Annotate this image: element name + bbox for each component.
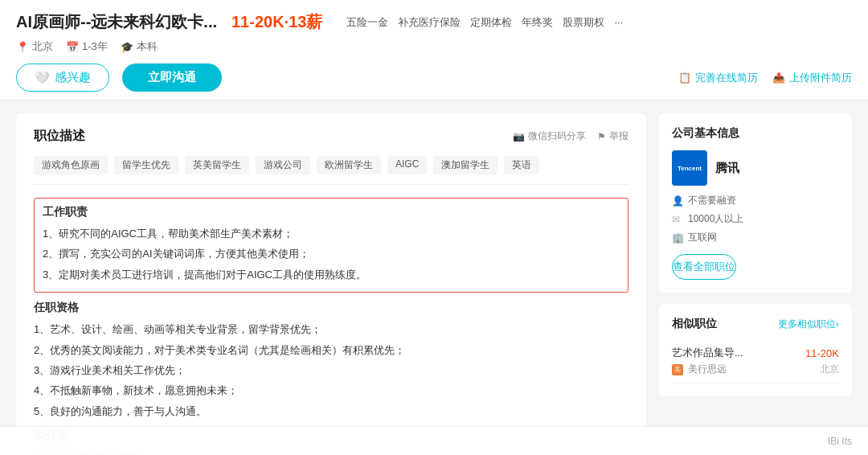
similar-location-0: 北京	[820, 363, 839, 376]
responsibilities-title: 工作职责	[43, 205, 620, 219]
qual-4: 4、不抵触新事物，新技术，愿意拥抱未来；	[34, 381, 628, 400]
similar-item-row2: 美 美行思远 北京	[672, 363, 839, 376]
salary: 11-20K·13薪	[231, 11, 322, 33]
education-icon: 🎓	[121, 41, 133, 53]
qual-2: 2、优秀的英文阅读能力，对于美术类专业名词（尤其是绘画相关）有积累优先；	[34, 341, 628, 359]
benefit-1: 五险一金	[346, 15, 388, 30]
qual-5: 5、良好的沟通能力，善于与人沟通。	[34, 402, 628, 420]
funding-icon: 👤	[672, 195, 683, 207]
company-name: 腾讯	[715, 161, 739, 176]
resp-2: 2、撰写，充实公司的AI关键词词库，方便其他美术使用；	[43, 244, 620, 263]
company-info-row: Tencent 腾讯	[672, 150, 839, 186]
report-label: 举报	[609, 129, 628, 143]
main-content: 职位描述 📷 微信扫码分享 ⚑ 举报 游戏角色原画 留学生优先 英美留学生 游戏…	[0, 100, 868, 455]
responsibilities-highlighted: 工作职责 1、研究不同的AIGC工具，帮助美术部生产美术素材； 2、撰写，充实公…	[34, 198, 628, 293]
tags-row: 游戏角色原画 留学生优先 英美留学生 游戏公司 欧洲留学生 AIGC 澳加留学生…	[34, 156, 628, 185]
responsibilities-section: 工作职责 1、研究不同的AIGC工具，帮助美术部生产美术素材； 2、撰写，充实公…	[34, 198, 628, 293]
wechat-share-label: 微信扫码分享	[528, 129, 586, 143]
funding-meta: 👤 不需要融资	[672, 194, 839, 207]
online-resume-icon: 📋	[678, 72, 691, 84]
bottom-bar: IBi Its	[0, 426, 868, 455]
benefit-more[interactable]: ···	[614, 16, 623, 28]
similar-header: 相似职位 更多相似职位›	[672, 317, 839, 331]
right-panel: 公司基本信息 Tencent 腾讯 👤 不需要融资 ✉ 10000人以上 🏢	[659, 113, 852, 455]
upload-icon: 📤	[772, 72, 785, 84]
location-meta: 📍 北京	[16, 39, 53, 54]
benefits-list: 五险一金 补充医疗保险 定期体检 年终奖 股票期权 ···	[346, 15, 852, 30]
size-icon: ✉	[672, 214, 683, 225]
qualifications-section: 任职资格 1、艺术、设计、绘画、动画等相关专业背景，留学背景优先； 2、优秀的英…	[34, 301, 628, 420]
contact-button[interactable]: 立即沟通	[122, 64, 222, 92]
bottom-text: IBi Its	[828, 436, 852, 447]
report-icon: ⚑	[597, 131, 606, 142]
jd-header-actions: 📷 微信扫码分享 ⚑ 举报	[513, 129, 628, 143]
benefit-4: 年终奖	[522, 15, 553, 30]
qualifications-title: 任职资格	[34, 301, 628, 315]
similar-salary-0: 11-20K	[805, 347, 839, 359]
online-resume-link[interactable]: 📋 完善在线简历	[678, 71, 758, 85]
upload-resume-label: 上传附件简历	[789, 71, 852, 85]
qualifications-text: 1、艺术、设计、绘画、动画等相关专业背景，留学背景优先； 2、优秀的英文阅读能力…	[34, 320, 628, 420]
job-title: AI原画师--远未来科幻欧卡...	[16, 11, 217, 33]
similar-item-row1: 艺术作品集导... 11-20K	[672, 346, 839, 360]
top-bar-title-row: AI原画师--远未来科幻欧卡... 11-20K·13薪 五险一金 补充医疗保险…	[16, 11, 852, 33]
experience-text: 1-3年	[82, 39, 108, 54]
location-text: 北京	[32, 39, 53, 54]
interest-label: 感兴趣	[55, 70, 91, 85]
top-bar-action-row: 🤍 感兴趣 立即沟通 📋 完善在线简历 📤 上传附件简历	[16, 64, 852, 92]
resume-actions: 📋 完善在线简历 📤 上传附件简历	[678, 71, 852, 85]
company-card-title: 公司基本信息	[672, 126, 839, 141]
upload-resume-link[interactable]: 📤 上传附件简历	[772, 71, 852, 85]
location-icon: 📍	[16, 41, 29, 53]
tag-5[interactable]: AIGC	[387, 156, 427, 174]
top-bar-meta-row: 📍 北京 📅 1-3年 🎓 本科	[16, 39, 852, 54]
benefit-5: 股票期权	[563, 15, 604, 30]
tag-2[interactable]: 英美留学生	[185, 156, 249, 174]
experience-meta: 📅 1-3年	[66, 39, 108, 54]
resp-1: 1、研究不同的AIGC工具，帮助美术部生产美术素材；	[43, 224, 620, 243]
heart-icon: 🤍	[35, 71, 50, 85]
industry-text: 互联网	[688, 231, 717, 244]
responsibilities-text: 1、研究不同的AIGC工具，帮助美术部生产美术素材； 2、撰写，充实公司的AI关…	[43, 224, 620, 284]
company-logo: Tencent	[672, 150, 707, 186]
online-resume-label: 完善在线简历	[695, 71, 758, 85]
wechat-icon: 📷	[513, 131, 525, 142]
interest-button[interactable]: 🤍 感兴趣	[16, 64, 109, 92]
view-all-positions-button[interactable]: 查看全部职位	[672, 254, 736, 280]
top-bar: AI原画师--远未来科幻欧卡... 11-20K·13薪 五险一金 补充医疗保险…	[0, 0, 868, 100]
similar-title: 相似职位	[672, 317, 717, 331]
size-meta: ✉ 10000人以上	[672, 212, 839, 226]
job-description-panel: 职位描述 📷 微信扫码分享 ⚑ 举报 游戏角色原画 留学生优先 英美留学生 游戏…	[16, 113, 646, 455]
tag-6[interactable]: 澳加留学生	[433, 156, 497, 174]
similar-item-0[interactable]: 艺术作品集导... 11-20K 美 美行思远 北京	[672, 339, 839, 383]
similar-job-name-0: 艺术作品集导...	[672, 346, 743, 360]
company-card: 公司基本信息 Tencent 腾讯 👤 不需要融资 ✉ 10000人以上 🏢	[659, 113, 852, 293]
similar-jobs-card: 相似职位 更多相似职位› 艺术作品集导... 11-20K 美 美行思远 北京	[659, 304, 852, 396]
resp-3: 3、定期对美术员工进行培训，提高他们对于AIGC工具的使用熟练度。	[43, 265, 620, 284]
report-link[interactable]: ⚑ 举报	[597, 129, 628, 143]
benefit-3: 定期体检	[470, 15, 512, 30]
company-meta: 👤 不需要融资 ✉ 10000人以上 🏢 互联网	[672, 194, 839, 244]
more-similar-link[interactable]: 更多相似职位›	[778, 318, 839, 331]
industry-meta: 🏢 互联网	[672, 231, 839, 244]
size-text: 10000人以上	[688, 212, 743, 226]
education-text: 本科	[137, 39, 158, 54]
qual-3: 3、游戏行业美术相关工作优先；	[34, 361, 628, 379]
similar-company-name-0: 美行思远	[688, 363, 727, 376]
jd-section-header: 职位描述 📷 微信扫码分享 ⚑ 举报	[34, 128, 628, 145]
funding-text: 不需要融资	[688, 194, 736, 207]
qual-1: 1、艺术、设计、绘画、动画等相关专业背景，留学背景优先；	[34, 320, 628, 338]
benefit-2: 补充医疗保险	[398, 15, 461, 30]
tag-4[interactable]: 欧洲留学生	[317, 156, 381, 174]
company-logo-text: Tencent	[678, 165, 702, 172]
contact-label: 立即沟通	[148, 70, 196, 84]
industry-icon: 🏢	[672, 232, 683, 244]
wechat-share-link[interactable]: 📷 微信扫码分享	[513, 129, 586, 143]
tag-1[interactable]: 留学生优先	[114, 156, 178, 174]
tag-3[interactable]: 游戏公司	[256, 156, 310, 174]
calendar-icon: 📅	[66, 41, 79, 53]
tag-7[interactable]: 英语	[504, 156, 539, 174]
similar-company-icon-0: 美	[672, 364, 683, 375]
jd-title: 职位描述	[34, 128, 85, 145]
tag-0[interactable]: 游戏角色原画	[34, 156, 108, 174]
